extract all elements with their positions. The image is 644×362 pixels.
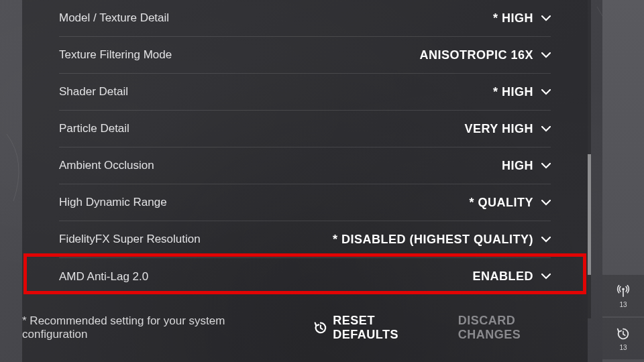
history-reset-icon: [313, 320, 328, 335]
setting-value: ANISOTROPIC 16X: [419, 48, 533, 62]
chevron-down-icon: [541, 235, 551, 244]
setting-row-particle-detail[interactable]: Particle Detail VERY HIGH: [59, 111, 551, 147]
settings-list: Model / Texture Detail * HIGH Texture Fi…: [22, 0, 588, 295]
reset-defaults-label: RESET DEFAULTS: [333, 314, 443, 342]
history-value: 13: [619, 344, 627, 351]
side-strip: 13 13: [602, 0, 644, 362]
setting-row-fsr[interactable]: FidelityFX Super Resolution * DISABLED (…: [59, 221, 551, 258]
side-ping-button[interactable]: 13: [602, 275, 644, 316]
setting-row-ambient-occlusion[interactable]: Ambient Occlusion HIGH: [59, 147, 551, 184]
setting-value: ENABLED: [472, 269, 533, 284]
settings-panel: Model / Texture Detail * HIGH Texture Fi…: [22, 0, 588, 362]
setting-value: * HIGH: [493, 11, 533, 25]
chevron-down-icon: [541, 50, 551, 60]
setting-row-amd-anti-lag[interactable]: AMD Anti-Lag 2.0 ENABLED: [59, 258, 551, 295]
chevron-down-icon: [541, 198, 551, 207]
setting-label: Shader Detail: [59, 85, 128, 99]
side-history-button[interactable]: 13: [602, 318, 644, 359]
setting-value-group[interactable]: HIGH: [502, 159, 551, 173]
setting-label: High Dynamic Range: [59, 196, 167, 209]
chevron-down-icon: [541, 13, 551, 23]
ping-value: 13: [619, 301, 627, 308]
setting-label: FidelityFX Super Resolution: [59, 233, 201, 246]
setting-value-group[interactable]: * QUALITY: [469, 196, 551, 210]
reset-defaults-button[interactable]: RESET DEFAULTS: [313, 314, 443, 342]
antenna-icon: [616, 284, 631, 301]
setting-row-hdr[interactable]: High Dynamic Range * QUALITY: [59, 184, 551, 221]
scrollbar-thumb[interactable]: [588, 154, 591, 275]
chevron-down-icon: [541, 161, 551, 170]
setting-label: Ambient Occlusion: [59, 159, 154, 172]
discard-changes-button[interactable]: DISCARD CHANGES: [458, 314, 581, 342]
setting-label: Model / Texture Detail: [59, 11, 169, 25]
setting-value: HIGH: [502, 159, 533, 173]
setting-value-group[interactable]: ANISOTROPIC 16X: [419, 48, 551, 62]
setting-value-group[interactable]: * HIGH: [493, 11, 551, 25]
setting-value-group[interactable]: ENABLED: [472, 269, 551, 284]
chevron-down-icon: [541, 87, 551, 97]
setting-value: * QUALITY: [469, 196, 533, 210]
scrollbar[interactable]: [588, 0, 591, 318]
setting-value: * HIGH: [493, 85, 533, 99]
setting-value-group[interactable]: * DISABLED (HIGHEST QUALITY): [333, 233, 551, 247]
setting-label: Texture Filtering Mode: [59, 48, 172, 62]
setting-row-shader-detail[interactable]: Shader Detail * HIGH: [59, 74, 551, 111]
history-icon: [616, 326, 631, 344]
setting-row-texture-filtering[interactable]: Texture Filtering Mode ANISOTROPIC 16X: [59, 37, 551, 74]
chevron-down-icon: [541, 272, 551, 282]
setting-value-group[interactable]: VERY HIGH: [464, 122, 551, 136]
setting-value: * DISABLED (HIGHEST QUALITY): [333, 233, 533, 247]
recommended-note: * Recommended setting for your system co…: [22, 314, 292, 341]
footer-bar: * Recommended setting for your system co…: [22, 314, 588, 342]
setting-label: Particle Detail: [59, 122, 129, 135]
setting-row-model-texture-detail[interactable]: Model / Texture Detail * HIGH: [59, 0, 551, 37]
setting-label: AMD Anti-Lag 2.0: [59, 270, 148, 284]
setting-value-group[interactable]: * HIGH: [493, 85, 551, 99]
chevron-down-icon: [541, 124, 551, 133]
setting-value: VERY HIGH: [464, 122, 533, 136]
